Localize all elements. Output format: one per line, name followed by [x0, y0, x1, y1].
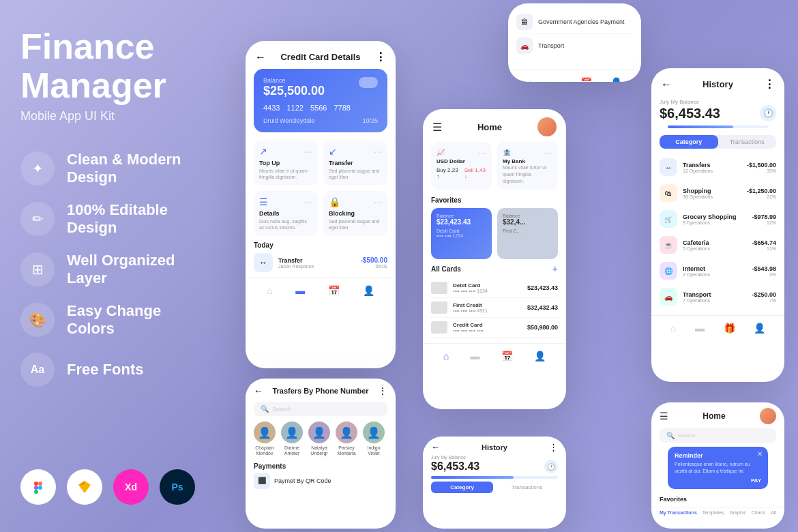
- tab-my-transactions[interactable]: My Transactions: [660, 510, 697, 515]
- usd-card[interactable]: 📈 ··· USD Dollar Buy 2,23 ↑ Sell 1,43 ↓: [431, 142, 492, 190]
- nav-card2[interactable]: ▬: [295, 285, 305, 296]
- hist-grocery-icon: 🛒: [660, 210, 677, 228]
- trans-icon: ↔: [254, 253, 273, 272]
- hist-bottom-more[interactable]: ⋮: [549, 442, 558, 452]
- avatar-dianne: 👤: [281, 422, 303, 443]
- fav-first-card[interactable]: Balance $32,4... First C...: [497, 208, 558, 259]
- hist-grocery[interactable]: 🛒 Grocery Shopping 9 Operations -$978.99…: [651, 206, 784, 232]
- card-toggle[interactable]: [359, 77, 378, 88]
- topup-more[interactable]: ···: [304, 146, 312, 160]
- card-row-first[interactable]: First Credit •••• •••• •••• 4921 $32,432…: [431, 298, 558, 318]
- contact-dianne[interactable]: 👤 DianneAmeter: [281, 422, 303, 457]
- nav-card-icon[interactable]: ▬: [552, 77, 561, 82]
- tab-graphic[interactable]: Graphic: [729, 510, 746, 515]
- feature-layer: ⊞ Well Organized Layer: [20, 252, 211, 287]
- nav-user-icon[interactable]: 👤: [610, 77, 622, 82]
- reminder-close-icon[interactable]: ✕: [757, 450, 763, 458]
- home-bottom-title: Home: [703, 411, 725, 421]
- nav-usr3[interactable]: 👤: [534, 351, 546, 361]
- hist-transport[interactable]: 🚗 Transport 7 Operations -$250.00 7%: [651, 284, 784, 310]
- hamburger-icon[interactable]: ☰: [432, 121, 442, 134]
- nav-home4[interactable]: ⌂: [670, 323, 676, 334]
- hist-cafeteria[interactable]: ☕ Cafeteria 5 Operations -$654.74 11%: [651, 232, 784, 258]
- back-icon[interactable]: ←: [255, 51, 266, 63]
- tab-templates[interactable]: Templates: [703, 510, 724, 515]
- nav-card4[interactable]: ▬: [695, 323, 705, 334]
- action-transfer[interactable]: ↙ ··· Transfer Sed placerat augue and eg…: [323, 141, 387, 186]
- svg-marker-7: [85, 481, 91, 485]
- hist-bottom-header: ← History ⋮: [431, 442, 558, 452]
- feature-clean: ✦ Clean & Modern Design: [20, 151, 211, 186]
- nav-home-icon[interactable]: ⌂: [527, 77, 533, 82]
- nav-home3[interactable]: ⌂: [443, 351, 449, 361]
- svg-marker-6: [78, 481, 85, 485]
- reminder-pay-button[interactable]: PAY: [675, 477, 761, 484]
- transfer-icon: ↙: [329, 146, 337, 157]
- bank-icon: 🏦: [503, 149, 511, 156]
- user-avatar[interactable]: [537, 117, 557, 136]
- transaction-row[interactable]: ↔ Transfer Jason Response -$500.00 09:01: [254, 253, 387, 272]
- trans-amount: -$500.00: [361, 256, 387, 264]
- tab-charts[interactable]: Charts: [752, 510, 766, 515]
- nav-cal2[interactable]: 📅: [328, 285, 340, 296]
- contact-parsley[interactable]: 👤 ParsleyMontana: [336, 422, 357, 457]
- nav-cal3[interactable]: 📅: [501, 351, 513, 361]
- action-topup[interactable]: ↗ ··· Top Up Mauris vitae ir ut quam fri…: [254, 141, 318, 186]
- bank-more[interactable]: ···: [544, 147, 552, 158]
- hist-shopping[interactable]: 🛍 Shopping 36 Operations -$1,250.00 22%: [651, 180, 784, 206]
- tab-category[interactable]: Category: [660, 135, 718, 149]
- credit-card-display: Balance $25,500.00 4433 1122 5566 7788 D…: [254, 69, 387, 132]
- nav-home2[interactable]: ⌂: [267, 285, 272, 296]
- transfers-search[interactable]: 🔍 Search: [254, 402, 387, 416]
- home-bottom-tabs: My Transactions Templates Graphic Charts…: [651, 507, 784, 518]
- blocking-more[interactable]: ···: [374, 196, 382, 210]
- editable-icon: ✏: [20, 202, 55, 236]
- topup-desc: Mauris vitae ir ut quam fringilla dignis…: [259, 168, 312, 180]
- card-bal-credit: $50,980.00: [527, 324, 558, 331]
- contact-indigo[interactable]: 👤 IndigoViolet: [363, 422, 385, 457]
- nav-usr4[interactable]: 👤: [754, 323, 765, 334]
- tab-transactions[interactable]: Transactions: [718, 135, 777, 149]
- bank-card[interactable]: 🏦 ··· My Bank Mauris vitae tortor ut qua…: [497, 142, 558, 190]
- hist-internet[interactable]: 🌐 Internet 2 Operations -$543.98 4%: [651, 258, 784, 284]
- card-row-debit[interactable]: Debit Card •••• •••• •••• 1234 $23,423.4…: [431, 278, 558, 298]
- nav-gift4[interactable]: 🎁: [724, 323, 735, 334]
- hist-shopping-amount: -$1,250.00 22%: [747, 188, 776, 199]
- details-more[interactable]: ···: [304, 196, 312, 210]
- payment-qr-item[interactable]: ⬛ Paymet By QR Code: [254, 473, 387, 489]
- hist-transfers[interactable]: ↔ Transfers 12 Operations -$1,500.00 35%: [651, 154, 784, 180]
- home-bottom-avatar[interactable]: [760, 408, 776, 424]
- nav-card3[interactable]: ▬: [471, 351, 480, 361]
- nav-usr2[interactable]: 👤: [363, 285, 374, 296]
- hist-bottom-tab-cat[interactable]: Category: [431, 482, 493, 493]
- card-bal-first: $32,432.43: [527, 304, 558, 311]
- fav-debit-card[interactable]: Balance $23,423.43 Debit Card •••• •••• …: [431, 208, 492, 259]
- usd-more[interactable]: ···: [478, 147, 486, 158]
- home-bottom-search[interactable]: 🔍 Search: [660, 428, 776, 443]
- add-card-icon[interactable]: +: [552, 263, 558, 274]
- clock-icon: 🕐: [760, 105, 776, 121]
- hist-back-icon[interactable]: ←: [661, 78, 672, 91]
- fav-title: Favorites: [431, 196, 558, 204]
- card-row-credit[interactable]: Credit Card •••• •••• •••• •••• $50,980.…: [431, 318, 558, 338]
- nav-calendar-icon[interactable]: 📅: [580, 77, 592, 82]
- payments-label: Payments: [254, 462, 387, 470]
- tab-all[interactable]: All: [771, 510, 776, 515]
- home-bottom-hamburger[interactable]: ☰: [660, 411, 668, 422]
- home-bottom-search-placeholder: Search: [678, 432, 695, 439]
- action-blocking[interactable]: 🔒 ··· Blocking Sed placerat augue and eg…: [323, 191, 387, 236]
- hist-bottom-tab-trans[interactable]: Transactions: [496, 482, 558, 493]
- gov-label: Government Agencies Payment: [538, 18, 625, 25]
- history-tabs: Category Transactions: [660, 135, 776, 149]
- hist-more-icon[interactable]: ⋮: [764, 78, 775, 91]
- action-details[interactable]: ☰ ··· Details Duis nulla aug, sagittis a…: [254, 191, 318, 236]
- trans-name: Transfer: [278, 257, 355, 264]
- transfer-more[interactable]: ···: [374, 146, 382, 160]
- contact-chaplain[interactable]: 👤 ChaplainMondov: [254, 422, 276, 457]
- contact-natalya[interactable]: 👤 NatalyaUndergr: [308, 422, 330, 457]
- hist-internet-info: Internet 2 Operations: [683, 265, 746, 277]
- more-icon[interactable]: ⋮: [375, 50, 386, 63]
- trans-more-icon[interactable]: ⋮: [378, 385, 387, 396]
- trans-back-icon[interactable]: ←: [254, 385, 263, 396]
- hist-bottom-back[interactable]: ←: [431, 442, 440, 452]
